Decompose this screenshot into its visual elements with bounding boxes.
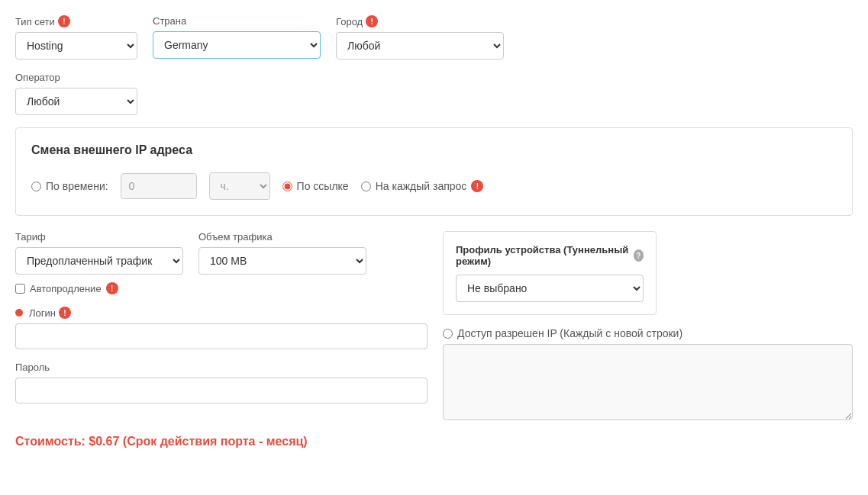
ip-change-section: Смена внешнего IP адреса По времени: ч. …	[15, 127, 853, 216]
hours-select[interactable]: ч. мин.	[209, 172, 270, 200]
ip-access-radio-label[interactable]: Доступ разрешен IP (Каждый с новой строк…	[443, 327, 853, 339]
autorenew-checkbox[interactable]	[15, 284, 25, 294]
traffic-label: Объем трафика	[198, 231, 366, 243]
operator-label-text: Оператор	[15, 72, 60, 83]
autorenew-label[interactable]: Автопродление !	[15, 282, 428, 294]
city-label-text: Город	[336, 16, 363, 27]
login-label: Логин !	[15, 307, 428, 319]
login-dot-icon	[15, 309, 23, 317]
tariff-label: Тариф	[15, 231, 183, 243]
tariff-label-text: Тариф	[15, 231, 46, 243]
country-label-text: Страна	[153, 15, 186, 27]
traffic-group: Объем трафика 100 MB 500 MB 1 GB 5 GB	[198, 231, 366, 275]
operator-label: Оператор	[15, 72, 137, 83]
tariff-left-col: Тариф Предоплаченный трафик По времени О…	[15, 231, 428, 403]
network-type-select[interactable]: Hosting Residential Mobile	[15, 32, 137, 59]
city-info-icon[interactable]: !	[366, 15, 378, 27]
network-type-label: Тип сети !	[15, 15, 137, 27]
per-request-info-icon[interactable]: !	[471, 180, 483, 192]
ip-access-textarea[interactable]	[443, 344, 853, 420]
by-link-radio-label[interactable]: По ссылке	[282, 180, 349, 192]
country-select[interactable]: Germany USA France Russia	[153, 31, 321, 59]
per-request-radio[interactable]	[361, 182, 371, 191]
by-time-radio[interactable]	[31, 182, 41, 191]
operator-group: Оператор Любой	[15, 72, 137, 115]
profile-select[interactable]: Не выбрано	[456, 275, 644, 302]
by-link-label-text: По ссылке	[297, 180, 349, 192]
operator-select[interactable]: Любой	[15, 88, 137, 115]
per-request-radio-label[interactable]: На каждый запрос !	[361, 180, 484, 192]
city-select[interactable]: Любой Berlin Munich Hamburg	[336, 32, 504, 59]
tariff-profile-row: Тариф Предоплаченный трафик По времени О…	[15, 231, 853, 423]
password-label: Пароль	[15, 362, 428, 373]
profile-title-text: Профиль устройства (Туннельный режим)	[456, 244, 631, 267]
by-time-radio-label[interactable]: По времени:	[31, 180, 108, 192]
traffic-select[interactable]: 100 MB 500 MB 1 GB 5 GB	[198, 247, 366, 275]
autorenew-label-text: Автопродление	[30, 283, 102, 294]
network-type-info-icon[interactable]: !	[58, 15, 70, 27]
country-label: Страна	[153, 15, 321, 27]
ip-change-row: По времени: ч. мин. По ссылке На каждый …	[31, 172, 837, 200]
autorenew-info-icon[interactable]: !	[106, 282, 118, 294]
tariff-select[interactable]: Предоплаченный трафик По времени	[15, 247, 183, 275]
ip-access-label-text: Доступ разрешен IP (Каждый с новой строк…	[457, 327, 682, 339]
profile-title: Профиль устройства (Туннельный режим) ?	[456, 244, 644, 267]
login-group: Логин !	[15, 307, 428, 349]
password-group: Пароль	[15, 362, 428, 403]
country-group: Страна Germany USA France Russia	[153, 15, 321, 59]
profile-box: Профиль устройства (Туннельный режим) ? …	[443, 231, 657, 315]
ip-access-radio[interactable]	[443, 329, 453, 339]
time-input[interactable]	[121, 173, 197, 199]
traffic-label-text: Объем трафика	[198, 231, 273, 243]
city-label: Город !	[336, 15, 504, 27]
by-time-label-text: По времени:	[46, 180, 108, 192]
ip-access-group: Доступ разрешен IP (Каждый с новой строк…	[443, 327, 853, 423]
password-input[interactable]	[15, 378, 428, 403]
login-input[interactable]	[15, 323, 428, 349]
password-label-text: Пароль	[15, 362, 50, 373]
login-label-text: Логин	[29, 307, 56, 319]
network-type-group: Тип сети ! Hosting Residential Mobile	[15, 15, 137, 59]
ip-change-title: Смена внешнего IP адреса	[31, 143, 837, 157]
tariff-group: Тариф Предоплаченный трафик По времени	[15, 231, 183, 275]
profile-right-col: Профиль устройства (Туннельный режим) ? …	[443, 231, 853, 423]
profile-help-icon[interactable]: ?	[634, 249, 644, 262]
network-type-label-text: Тип сети	[15, 16, 55, 27]
login-info-icon[interactable]: !	[59, 307, 71, 319]
by-link-radio[interactable]	[282, 182, 292, 191]
per-request-label-text: На каждый запрос	[376, 180, 467, 192]
city-group: Город ! Любой Berlin Munich Hamburg	[336, 15, 504, 59]
cost-text: Стоимость: $0.67 (Срок действия порта - …	[15, 435, 853, 448]
